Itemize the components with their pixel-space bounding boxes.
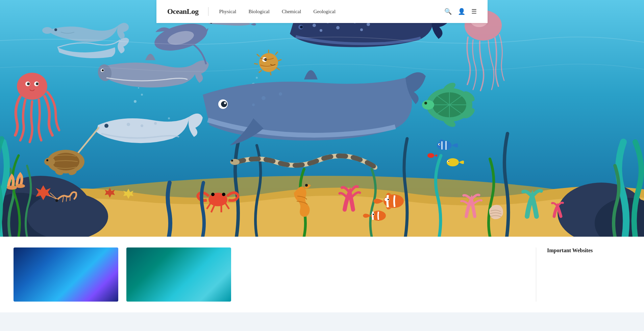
hero-banner	[0, 0, 644, 237]
search-icon[interactable]: 🔍	[444, 8, 452, 15]
svg-point-14	[17, 73, 47, 100]
nav-link-biological[interactable]: Biological	[248, 9, 270, 15]
svg-point-97	[388, 199, 389, 200]
nav-link-physical[interactable]: Physical	[219, 9, 237, 15]
svg-point-77	[46, 159, 48, 161]
svg-point-18	[36, 82, 39, 85]
svg-line-54	[270, 72, 271, 75]
svg-point-92	[222, 193, 225, 196]
sidebar-title: Important Websites	[547, 247, 630, 254]
svg-point-37	[313, 24, 316, 27]
svg-point-27	[141, 124, 143, 127]
svg-point-47	[259, 53, 278, 72]
bottom-section: Important Websites	[0, 237, 644, 312]
svg-point-2	[141, 94, 143, 96]
svg-point-73	[231, 160, 233, 162]
menu-icon[interactable]: ☰	[471, 8, 477, 15]
svg-point-64	[422, 100, 434, 110]
svg-point-23	[102, 69, 104, 71]
svg-line-84	[70, 195, 70, 201]
nav-link-chemical[interactable]: Chemical	[282, 9, 301, 15]
sidebar: Important Websites	[536, 247, 630, 302]
navbar-icon-group: 🔍 👤 ☰	[444, 8, 477, 15]
svg-point-4	[168, 117, 170, 119]
svg-point-101	[437, 141, 452, 150]
svg-point-1	[134, 100, 137, 103]
svg-point-20	[54, 28, 57, 31]
svg-point-31	[224, 102, 226, 104]
svg-point-44	[360, 28, 363, 31]
svg-point-43	[336, 26, 340, 29]
svg-point-30	[221, 101, 227, 107]
user-icon[interactable]: 👤	[458, 8, 465, 15]
article-cards	[14, 247, 530, 302]
svg-point-108	[448, 161, 449, 162]
card-1-image	[14, 247, 118, 302]
svg-point-46	[300, 26, 303, 28]
navbar: OceanLog Physical Biological Chemical Ge…	[156, 0, 488, 23]
svg-point-65	[424, 102, 427, 104]
svg-point-19	[42, 27, 52, 34]
svg-point-26	[127, 123, 130, 126]
svg-point-91	[211, 193, 215, 196]
svg-line-56	[254, 64, 258, 64]
svg-point-112	[16, 184, 25, 188]
svg-point-33	[279, 92, 282, 96]
svg-point-42	[320, 29, 322, 32]
svg-point-85	[55, 199, 58, 202]
svg-point-16	[27, 82, 30, 85]
svg-point-34	[252, 103, 255, 106]
svg-point-111	[7, 186, 17, 190]
card-2-image	[126, 247, 231, 302]
card-2[interactable]	[126, 247, 231, 302]
svg-point-106	[447, 158, 459, 166]
svg-point-93	[305, 184, 308, 187]
svg-point-100	[373, 214, 374, 215]
svg-point-32	[262, 96, 266, 100]
card-1[interactable]	[14, 247, 118, 302]
svg-point-41	[367, 23, 370, 26]
svg-point-3	[138, 87, 139, 89]
svg-point-28	[154, 122, 157, 125]
svg-point-109	[427, 153, 434, 158]
svg-point-105	[439, 144, 440, 145]
svg-point-25	[104, 124, 108, 128]
site-logo[interactable]: OceanLog	[167, 7, 208, 16]
nav-link-geological[interactable]: Geological	[313, 9, 336, 15]
nav-links: Physical Biological Chemical Geological	[219, 9, 444, 15]
svg-point-6	[256, 77, 258, 79]
